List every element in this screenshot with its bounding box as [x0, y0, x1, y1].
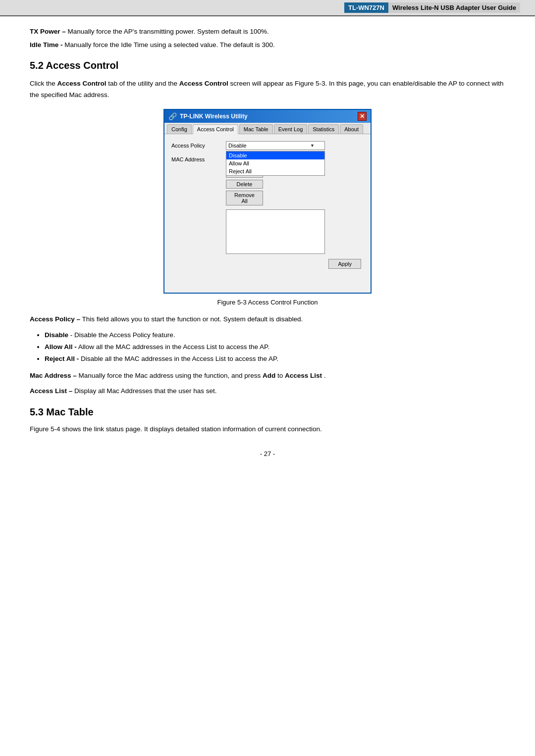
tx-power-bold: TX Power –	[30, 28, 66, 35]
access-control-ref1: Access Control	[57, 80, 107, 87]
mac-address-desc: Mac Address – Manually force the Mac add…	[30, 370, 505, 382]
access-policy-desc-bold: Access Policy –	[30, 315, 80, 323]
bullet-reject-all-bold: Reject All -	[45, 355, 79, 362]
remove-all-button[interactable]: Remove All	[226, 191, 263, 205]
idle-time-text: Manually force the Idle Time using a sel…	[64, 41, 275, 49]
access-list-text: Display all Mac Addresses that the user …	[74, 387, 216, 395]
dialog-titlebar: 🔗 TP-LINK Wireless Utility ✕	[164, 110, 371, 123]
figure-caption: Figure 5-3 Access Control Function	[30, 299, 505, 306]
section-53-title: 5.3 Mac Table	[30, 406, 505, 418]
access-list	[226, 209, 325, 254]
page-header: TL-WN727N Wireless Lite-N USB Adapter Us…	[0, 0, 535, 16]
bullet-disable: Disable - Disable the Access Policy feat…	[45, 329, 505, 341]
dropdown-option-reject-all[interactable]: Reject All	[226, 167, 324, 175]
access-policy-desc: Access Policy – This field allows you to…	[30, 314, 505, 325]
delete-button[interactable]: Delete	[226, 180, 263, 189]
bullet-allow-all: Allow All - Allow all the MAC addresses …	[45, 341, 505, 353]
mac-address-list-bold: Access List	[285, 372, 322, 379]
bullet-disable-text: - Disable the Access Policy feature.	[70, 331, 175, 339]
tx-power-text: Manually force the AP's transmitting pow…	[68, 28, 269, 35]
bullet-list: Disable - Disable the Access Policy feat…	[45, 329, 505, 365]
access-list-bold: Access List –	[30, 387, 72, 395]
access-policy-desc-text: This field allows you to start the funct…	[82, 315, 303, 323]
tab-config[interactable]: Config	[167, 124, 192, 134]
tab-statistics[interactable]: Statistics	[308, 124, 339, 134]
tab-about[interactable]: About	[340, 124, 363, 134]
tab-access-control[interactable]: Access Control	[193, 124, 238, 134]
tab-mac-table[interactable]: Mac Table	[239, 124, 273, 134]
bullet-reject-all-text: Disable all the MAC addresses in the Acc…	[81, 355, 278, 362]
bullet-disable-bold: Disable	[45, 331, 68, 339]
dialog-body: Access Policy Disable ▼ Disable Allow Al…	[164, 134, 371, 293]
bullet-allow-all-bold: Allow All -	[45, 343, 77, 351]
page-number: - 27 -	[30, 450, 505, 457]
dialog-app-icon: 🔗	[168, 112, 177, 120]
apply-row: Apply	[171, 259, 364, 269]
mac-address-add-bold: Add	[263, 372, 275, 379]
mac-address-label: MAC Address	[171, 155, 226, 162]
idle-time-line: Idle Time - Manually force the Idle Time…	[30, 40, 505, 51]
mac-address-period: .	[324, 372, 326, 379]
bullet-reject-all: Reject All - Disable all the MAC address…	[45, 353, 505, 365]
bullet-allow-all-text: Allow all the MAC addresses in the Acces…	[78, 343, 269, 351]
apply-button[interactable]: Apply	[328, 259, 361, 269]
idle-time-bold: Idle Time -	[30, 41, 63, 49]
section-52-title: 5.2 Access Control	[30, 60, 505, 71]
dropdown-selected-value[interactable]: Disable ▼	[226, 141, 325, 150]
access-policy-dropdown[interactable]: Disable ▼ Disable Allow All Reject All	[226, 141, 325, 150]
tab-event-log[interactable]: Event Log	[274, 124, 308, 134]
dropdown-list: Disable Allow All Reject All	[226, 151, 325, 176]
mac-address-to: to	[277, 372, 285, 379]
titlebar-left: 🔗 TP-LINK Wireless Utility	[168, 112, 248, 120]
dropdown-current: Disable	[228, 143, 247, 149]
access-list-desc: Access List – Display all Mac Addresses …	[30, 386, 505, 397]
section-53-description: Figure 5-4 shows the link status page. I…	[30, 424, 505, 435]
access-policy-row: Access Policy Disable ▼ Disable Allow Al…	[171, 141, 364, 150]
dropdown-option-disable[interactable]: Disable	[226, 151, 324, 159]
mac-address-desc-text: Manually force the Mac address using the…	[79, 372, 263, 379]
dialog-title: TP-LINK Wireless Utility	[180, 113, 248, 120]
access-control-ref2: Access Control	[179, 80, 228, 87]
tx-power-line: TX Power – Manually force the AP's trans…	[30, 26, 505, 38]
intro-section: TX Power – Manually force the AP's trans…	[30, 26, 505, 51]
access-policy-label: Access Policy	[171, 141, 226, 149]
close-button[interactable]: ✕	[358, 112, 367, 121]
dropdown-option-allow-all[interactable]: Allow All	[226, 159, 324, 167]
dropdown-arrow-icon: ▼	[310, 143, 315, 148]
page-content: TX Power – Manually force the AP's trans…	[0, 16, 535, 477]
tp-link-dialog: 🔗 TP-LINK Wireless Utility ✕ Config Acce…	[163, 109, 372, 294]
header-title: Wireless Lite-N USB Adapter User Guide	[388, 2, 520, 13]
section-52-description: Click the Access Control tab of the util…	[30, 78, 505, 101]
header-model: TL-WN727N	[344, 2, 388, 13]
dialog-wrapper: 🔗 TP-LINK Wireless Utility ✕ Config Acce…	[30, 109, 505, 294]
access-policy-control: Disable ▼ Disable Allow All Reject All	[226, 141, 364, 150]
dialog-tabs: Config Access Control Mac Table Event Lo…	[164, 123, 371, 134]
mac-address-desc-bold: Mac Address –	[30, 372, 77, 379]
